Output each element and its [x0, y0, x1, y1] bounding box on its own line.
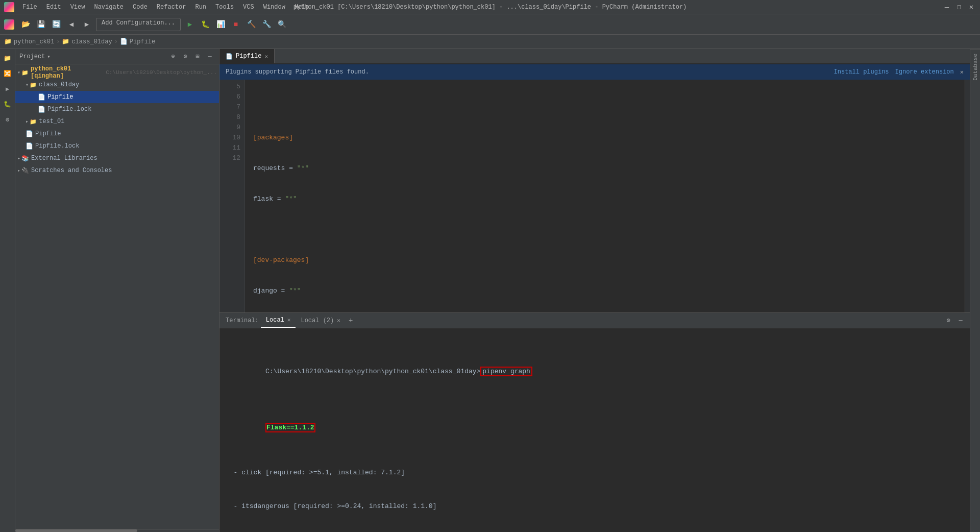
services-icon[interactable]: ⚙ — [1, 112, 15, 127]
menu-edit[interactable]: Edit — [42, 3, 65, 12]
plugin-notification-bar: Plugins supporting Pipfile files found. … — [219, 64, 970, 80]
terminal-tab-local2[interactable]: Local (2) ✕ — [296, 313, 345, 328]
menu-navigate[interactable]: Navigate — [90, 3, 128, 12]
navbar: 📁 python_ck01 › 📁 class_01day › 📄 Pipfil… — [0, 35, 980, 49]
close-button[interactable]: ✕ — [967, 3, 976, 12]
project-panel-icon[interactable]: 📁 — [1, 51, 15, 65]
menu-code[interactable]: Code — [129, 3, 152, 12]
new-terminal-button[interactable]: + — [346, 317, 356, 325]
tab-close-button[interactable]: ✕ — [264, 53, 268, 60]
line-num-9: 9 — [219, 123, 240, 133]
code-content[interactable]: [packages] requests = "*" flask = "*" [d… — [245, 80, 965, 312]
menu-tools[interactable]: Tools — [211, 3, 238, 12]
plugin-bar-close[interactable]: ✕ — [960, 68, 964, 76]
project-panel: Project ▾ ⊕ ⚙ ⊞ — ▾ 📁 python_ck01 [qingh… — [15, 49, 219, 532]
terminal-prompt: C:\Users\18210\Desktop\python\python_ck0… — [265, 368, 480, 375]
forward-button[interactable]: ▶ — [81, 18, 93, 31]
tree-item-pipfile-lock2[interactable]: 📄 Pipfile.lock — [15, 140, 219, 152]
project-dropdown-icon[interactable]: ▾ — [47, 54, 50, 60]
menu-run[interactable]: Run — [191, 3, 210, 12]
debug-button[interactable]: 🐛 — [199, 18, 211, 31]
terminal-settings-button[interactable]: ⚙ — [943, 316, 953, 326]
save-button[interactable]: 💾 — [35, 18, 47, 31]
terminal-tab-local[interactable]: Local ✕ — [261, 313, 296, 328]
tree-item-test01[interactable]: ▸ 📁 test_01 — [15, 115, 219, 128]
run-panel-icon[interactable]: ▶ — [1, 82, 15, 96]
menu-file[interactable]: File — [18, 3, 41, 12]
commit-icon[interactable]: 🔀 — [1, 66, 15, 81]
local2-tab-label: Local (2) — [301, 317, 334, 324]
code-line-9 — [253, 225, 957, 235]
project-scrollbar[interactable] — [15, 529, 219, 532]
tree-path-root: C:\Users\18210\Desktop\python_... — [106, 69, 217, 76]
breadcrumb-file[interactable]: Pipfile — [130, 38, 155, 45]
debug-panel-icon[interactable]: 🐛 — [1, 97, 15, 111]
terminal-area: Terminal: Local ✕ Local (2) ✕ + ⚙ — C:\U… — [219, 312, 970, 532]
editor-scrollbar[interactable] — [965, 80, 970, 312]
tree-label-scratches: Scratches and Consoles — [31, 167, 112, 174]
tree-label-pipfile2: Pipfile — [35, 130, 61, 137]
project-settings-button[interactable]: ⚙ — [180, 52, 190, 62]
breadcrumb-project[interactable]: python_ck01 — [14, 38, 54, 45]
back-button[interactable]: ◀ — [65, 18, 78, 31]
code-editor: 5 6 7 8 9 10 11 12 [packages] requests =… — [219, 80, 970, 312]
ignore-extension-button[interactable]: Ignore extension — [895, 68, 954, 76]
maximize-button[interactable]: ❐ — [954, 3, 964, 12]
add-configuration-button[interactable]: Add Configuration... — [96, 18, 181, 31]
tree-item-root[interactable]: ▾ 📁 python_ck01 [qinghan] C:\Users\18210… — [15, 66, 219, 79]
code-line-8: flask = "*" — [253, 194, 957, 204]
bracket-packages: [packages] — [253, 134, 293, 141]
tree-item-class01day[interactable]: ▾ 📁 class_01day — [15, 79, 219, 91]
terminal-command: pipenv graph — [482, 368, 530, 375]
install-plugins-button[interactable]: Install plugins — [834, 68, 889, 76]
tree-item-pipfile[interactable]: 📄 Pipfile — [15, 91, 219, 103]
search-everywhere-button[interactable]: 🔍 — [276, 18, 288, 31]
editor-area: 📄 Pipfile ✕ Plugins supporting Pipfile f… — [219, 49, 970, 532]
editor-tab-pipfile[interactable]: 📄 Pipfile ✕ — [219, 49, 275, 63]
tree-item-scratches[interactable]: ▸ 🔌 Scratches and Consoles — [15, 164, 219, 177]
menu-vcs[interactable]: VCS — [239, 3, 258, 12]
pipfile-icon-nav: 📄 — [120, 38, 128, 45]
tab-file-icon: 📄 — [226, 53, 233, 60]
minimize-button[interactable]: — — [942, 3, 951, 12]
line-num-10: 10 — [219, 133, 240, 143]
terminal-label: Terminal: — [224, 317, 261, 324]
local2-tab-close[interactable]: ✕ — [337, 317, 340, 324]
arrow-icon: ▾ — [17, 69, 20, 76]
pipfile-icon: 📄 — [38, 93, 45, 101]
file-icon: 📄 — [38, 106, 45, 113]
build-button[interactable]: 🔨 — [245, 18, 257, 31]
line-num-5: 5 — [219, 82, 240, 92]
terminal-command-highlight: pipenv graph — [480, 367, 532, 376]
run-button[interactable]: ▶ — [184, 18, 196, 31]
local-tab-label: Local — [266, 317, 284, 324]
terminal-hide-button[interactable]: — — [955, 316, 966, 326]
project-panel-title: Project ▾ — [19, 53, 50, 60]
menu-window[interactable]: Window — [259, 3, 289, 12]
arrow-icon: ▸ — [17, 167, 20, 174]
tree-item-ext-libs[interactable]: ▸ 📚 External Libraries — [15, 152, 219, 164]
database-panel-tab[interactable]: Database — [970, 49, 981, 85]
menu-view[interactable]: View — [66, 3, 89, 12]
toolbar-logo — [4, 19, 14, 30]
project-locate-button[interactable]: ⊕ — [168, 52, 178, 62]
terminal-content[interactable]: C:\Users\18210\Desktop\python\python_ck0… — [219, 328, 970, 532]
settings-button[interactable]: 🔧 — [260, 18, 273, 31]
key-requests: requests — [253, 164, 285, 172]
sync-button[interactable]: 🔄 — [50, 18, 62, 31]
run-with-coverage[interactable]: 📊 — [214, 18, 227, 31]
project-collapse-button[interactable]: — — [205, 52, 215, 62]
line-num-11: 11 — [219, 143, 240, 153]
menu-refactor[interactable]: Refactor — [153, 3, 190, 12]
window-controls: — ❐ ✕ — [942, 3, 976, 12]
project-expand-button[interactable]: ⊞ — [192, 52, 203, 62]
open-file-button[interactable]: 📂 — [19, 18, 32, 31]
window-title: python_ck01 [C:\Users\18210\Desktop\pyth… — [293, 4, 687, 11]
stop-button[interactable]: ■ — [230, 18, 242, 31]
tree-label-test01: test_01 — [39, 118, 64, 125]
breadcrumb-folder[interactable]: class_01day — [71, 38, 112, 45]
bracket-dev: [dev-packages] — [253, 256, 309, 264]
tree-item-pipfile-lock[interactable]: 📄 Pipfile.lock — [15, 103, 219, 115]
tree-item-pipfile2[interactable]: 📄 Pipfile — [15, 128, 219, 140]
local-tab-close[interactable]: ✕ — [287, 317, 291, 323]
